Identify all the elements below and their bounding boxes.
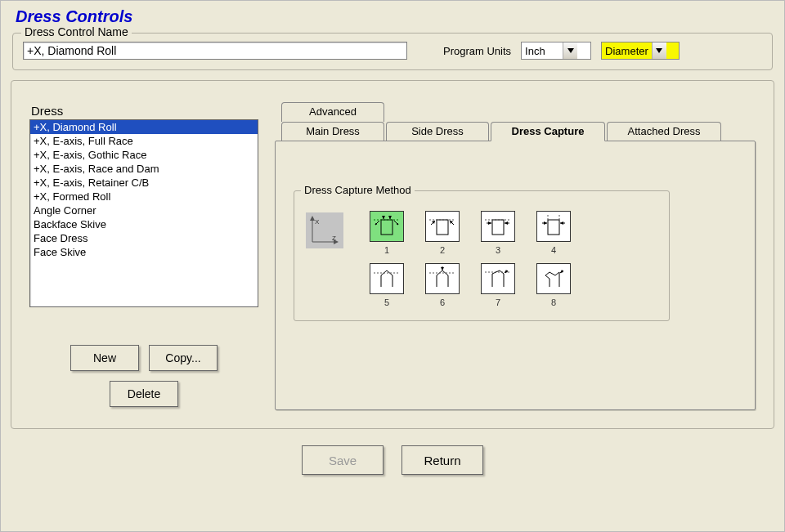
svg-text:Z: Z [332,235,336,242]
dress-list-label: Dress [31,104,258,118]
list-item[interactable]: +X, E-axis, Full Race [30,134,258,148]
units-select-value: Inch [522,45,563,57]
list-item[interactable]: +X, E-axis, Gothic Race [30,148,258,162]
method-number: 2 [440,245,445,255]
method-option[interactable]: 3 [481,211,515,255]
capture-method-legend: Dress Capture Method [301,184,415,196]
list-item[interactable]: +X, E-axis, Retainer C/B [30,176,258,190]
svg-marker-19 [505,221,508,225]
svg-rect-14 [492,220,504,235]
method-option[interactable]: 6 [425,263,460,307]
list-item[interactable]: Face Dress [30,231,258,245]
tab-attached-dress[interactable]: Attached Dress [607,122,721,141]
new-button[interactable]: New [70,345,139,371]
list-item[interactable]: +X, Formed Roll [30,190,258,203]
name-fieldset: Dress Control Name Program Units Inch Di… [12,33,773,70]
save-button[interactable]: Save [302,445,384,475]
svg-marker-9 [388,216,392,219]
method-number: 5 [384,297,389,307]
tab-content: Dress Capture Method X Z [275,141,756,410]
method-number: 1 [384,245,389,255]
bottom-button-row: Save Return [11,445,774,475]
method-number: 8 [551,297,556,307]
tab-side-dress[interactable]: Side Dress [386,122,489,141]
method-icon [481,263,515,294]
capture-method-group: Dress Capture Method X Z [294,190,670,321]
axis-preview-icon: X Z [306,212,343,248]
delete-button[interactable]: Delete [110,381,178,407]
svg-marker-8 [382,216,385,219]
method-option[interactable]: 2 [425,211,460,255]
method-icon [536,211,571,242]
page-title: Dress Controls [16,7,774,26]
method-number: 3 [496,245,500,255]
method-icon [425,211,460,242]
main-panel: Dress +X, Diamond Roll+X, E-axis, Full R… [11,80,774,429]
svg-marker-17 [488,221,491,225]
svg-text:X: X [315,218,320,226]
tab-strip: Advanced Main Dress Side Dress Dress Cap… [275,102,756,145]
method-number: 4 [551,245,556,255]
method-option[interactable]: 8 [536,263,571,307]
tab-dress-capture[interactable]: Dress Capture [491,122,605,141]
left-column: Dress +X, Diamond Roll+X, E-axis, Full R… [29,96,258,410]
name-fieldset-legend: Dress Control Name [21,25,132,38]
control-name-input[interactable] [23,42,407,60]
method-option[interactable]: 7 [481,263,515,307]
method-number: 6 [440,297,445,307]
svg-rect-20 [548,220,559,235]
svg-marker-24 [544,221,547,225]
svg-marker-30 [441,267,444,270]
method-option[interactable]: 5 [370,263,404,307]
method-grid: 12345678 [363,211,577,309]
copy-button[interactable]: Copy... [149,345,218,371]
svg-rect-6 [381,220,392,235]
mode-select-value: Diameter [602,45,652,57]
list-item[interactable]: +X, Diamond Roll [30,120,258,134]
method-option[interactable]: 4 [536,211,571,255]
method-icon [536,263,571,294]
list-item[interactable]: Angle Corner [30,203,258,217]
svg-marker-26 [560,221,563,225]
method-icon [370,263,404,294]
chevron-down-icon [652,42,666,59]
list-item[interactable]: +X, E-axis, Race and Dam [30,162,258,176]
tab-advanced[interactable]: Advanced [281,102,384,122]
window-root: Dress Controls Dress Control Name Progra… [0,0,785,532]
chevron-down-icon [563,42,577,59]
method-icon [481,211,515,242]
dress-listbox[interactable]: +X, Diamond Roll+X, E-axis, Full Race+X,… [29,119,258,307]
tab-main-dress[interactable]: Main Dress [281,122,384,141]
method-number: 7 [496,297,500,307]
return-button[interactable]: Return [401,445,483,475]
method-icon [370,211,404,242]
units-select[interactable]: Inch [521,42,591,60]
mode-select[interactable]: Diameter [601,42,680,60]
program-units-label: Program Units [443,45,511,57]
list-item[interactable]: Backface Skive [30,217,258,231]
svg-rect-10 [437,220,448,235]
list-item[interactable]: Face Skive [30,245,258,259]
method-option[interactable]: 1 [370,211,404,255]
right-column: Advanced Main Dress Side Dress Dress Cap… [275,96,756,410]
method-icon [425,263,460,294]
